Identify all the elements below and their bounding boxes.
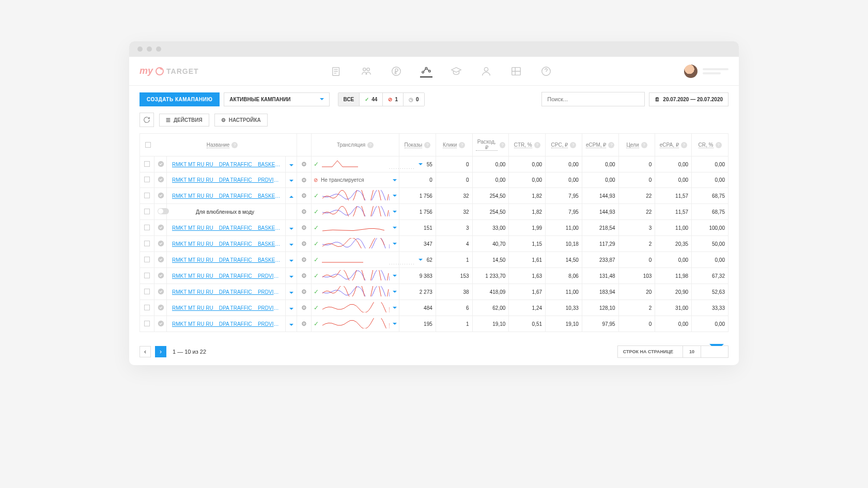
row-settings-button[interactable]: ⚙ bbox=[297, 300, 312, 316]
status-all-button[interactable]: ВСЕ bbox=[338, 93, 360, 106]
col-name[interactable]: Название ? bbox=[140, 134, 297, 156]
campaign-name[interactable]: Для влюбленных в моду bbox=[167, 204, 286, 220]
campaign-name-link[interactable]: RMKT MT RU RU _ DPA TRAFFIC _ PRDVIEW 1D… bbox=[167, 316, 286, 332]
row-toggle[interactable] bbox=[154, 204, 167, 220]
expand-toggle[interactable] bbox=[286, 156, 297, 172]
refresh-button[interactable] bbox=[140, 113, 154, 127]
col-stream[interactable]: Трансляция ? bbox=[312, 134, 399, 156]
row-checkbox[interactable] bbox=[140, 284, 154, 300]
stream-cell[interactable]: ✓............ bbox=[312, 252, 399, 268]
row-checkbox[interactable] bbox=[140, 316, 154, 332]
col-cr[interactable]: CR, % ? bbox=[692, 134, 729, 156]
stream-cell[interactable]: ⊘Не транслируется bbox=[312, 172, 399, 188]
expand-toggle[interactable] bbox=[286, 172, 297, 188]
row-checkbox[interactable] bbox=[140, 268, 154, 284]
col-ecpm[interactable]: eCPM, ₽ ? bbox=[582, 134, 618, 156]
row-settings-button[interactable]: ⚙ bbox=[297, 284, 312, 300]
row-checkbox[interactable] bbox=[140, 236, 154, 252]
user-avatar[interactable] bbox=[684, 65, 698, 78]
campaign-name-link[interactable]: RMKT MT RU RU _ DPA TRAFFIC _ PRDVIEW 2-… bbox=[167, 268, 286, 284]
create-campaign-button[interactable]: СОЗДАТЬ КАМАПАНИЮ bbox=[140, 92, 220, 106]
nav-stats-icon[interactable] bbox=[420, 65, 432, 77]
expand-toggle[interactable] bbox=[286, 316, 297, 332]
help-icon[interactable]: ? bbox=[681, 142, 687, 148]
expand-toggle[interactable] bbox=[286, 188, 297, 204]
date-range-picker[interactable]: 🗓 20.07.2020 — 20.07.2020 bbox=[649, 92, 729, 106]
settings-button[interactable]: ⚙НАСТРОЙКА bbox=[214, 114, 268, 127]
expand-toggle[interactable] bbox=[286, 300, 297, 316]
stream-cell[interactable]: ✓ bbox=[312, 220, 399, 236]
row-checkbox[interactable] bbox=[140, 220, 154, 236]
help-icon[interactable]: ? bbox=[424, 142, 430, 148]
row-settings-button[interactable]: ⚙ bbox=[297, 236, 312, 252]
help-icon[interactable]: ? bbox=[231, 142, 238, 148]
row-settings-button[interactable]: ⚙ bbox=[297, 316, 312, 332]
campaign-name-link[interactable]: RMKT MT RU RU _ DPA TRAFFIC _ BASKET 1D … bbox=[167, 156, 286, 172]
nav-balance-icon[interactable] bbox=[390, 65, 402, 77]
col-goals[interactable]: Цели ? bbox=[618, 134, 655, 156]
prev-page-button[interactable]: ‹ bbox=[140, 346, 151, 357]
select-all-checkbox[interactable] bbox=[145, 142, 151, 148]
campaign-name-link[interactable]: RMKT MT RU RU _ DPA TRAFFIC _ BASKET 2-3… bbox=[167, 220, 286, 236]
help-icon[interactable]: ? bbox=[367, 142, 374, 148]
search-input[interactable] bbox=[541, 92, 645, 106]
expand-toggle[interactable] bbox=[286, 252, 297, 268]
campaign-name-link[interactable]: RMKT MT RU RU _ DPA TRAFFIC _ BASKET 1D … bbox=[167, 252, 286, 268]
status-pending-button[interactable]: ◷0 bbox=[404, 93, 424, 106]
campaign-name-link[interactable]: RMKT MT RU RU _ DPA TRAFFIC _ PRDVIEW 1D… bbox=[167, 172, 286, 188]
col-clicks[interactable]: Клики ? bbox=[436, 134, 472, 156]
campaign-filter-select[interactable]: АКТИВНЫЕ КАМПАНИИ bbox=[224, 92, 329, 106]
row-checkbox[interactable] bbox=[140, 252, 154, 268]
campaign-name-link[interactable]: RMKT MT RU RU _ DPA TRAFFIC _ PRDVIEW 2-… bbox=[167, 300, 286, 316]
nav-learn-icon[interactable] bbox=[450, 65, 462, 77]
help-icon[interactable]: ? bbox=[500, 142, 505, 148]
col-ecpa[interactable]: eCPA, ₽ ? bbox=[655, 134, 692, 156]
window-control-max[interactable] bbox=[156, 46, 161, 52]
stream-cell[interactable]: ✓ bbox=[312, 236, 399, 252]
stream-cell[interactable]: ✓ bbox=[312, 204, 399, 220]
col-impressions[interactable]: Показы ? bbox=[399, 134, 436, 156]
row-checkbox[interactable] bbox=[140, 300, 154, 316]
row-settings-button[interactable]: ⚙ bbox=[297, 188, 312, 204]
nav-audiences-icon[interactable] bbox=[360, 65, 373, 77]
nav-profile-icon[interactable] bbox=[480, 65, 492, 77]
row-checkbox[interactable] bbox=[140, 172, 154, 188]
col-cpc[interactable]: CPC, ₽ ? bbox=[546, 134, 582, 156]
stream-cell[interactable]: ✓ bbox=[312, 300, 399, 316]
expand-toggle[interactable] bbox=[286, 268, 297, 284]
help-icon[interactable]: ? bbox=[641, 142, 647, 148]
user-area[interactable] bbox=[684, 65, 729, 78]
expand-toggle[interactable] bbox=[286, 220, 297, 236]
row-settings-button[interactable]: ⚙ bbox=[297, 252, 312, 268]
help-icon[interactable]: ? bbox=[716, 142, 722, 148]
status-blocked-button[interactable]: ⊘1 bbox=[383, 93, 404, 106]
window-control-min[interactable] bbox=[147, 46, 152, 52]
help-icon[interactable]: ? bbox=[570, 142, 576, 148]
campaign-name-link[interactable]: RMKT MT RU RU _ DPA TRAFFIC _ BASKET 2-3… bbox=[167, 188, 286, 204]
help-icon[interactable]: ? bbox=[534, 142, 540, 148]
nav-campaigns-icon[interactable] bbox=[330, 65, 343, 77]
col-spend[interactable]: Расход, ₽ ? bbox=[472, 134, 509, 156]
row-settings-button[interactable]: ⚙ bbox=[297, 172, 312, 188]
stream-cell[interactable]: ✓ bbox=[312, 284, 399, 300]
row-checkbox[interactable] bbox=[140, 204, 154, 220]
row-settings-button[interactable]: ⚙ bbox=[297, 156, 312, 172]
expand-toggle[interactable] bbox=[286, 236, 297, 252]
expand-toggle[interactable] bbox=[286, 284, 297, 300]
stream-cell[interactable]: ✓............ bbox=[312, 156, 399, 172]
nav-help-icon[interactable] bbox=[540, 65, 552, 77]
next-page-button[interactable]: › bbox=[155, 346, 166, 357]
stream-cell[interactable]: ✓ bbox=[312, 316, 399, 332]
status-active-button[interactable]: ✓44 bbox=[360, 93, 383, 106]
row-settings-button[interactable]: ⚙ bbox=[297, 268, 312, 284]
stream-cell[interactable]: ✓ bbox=[312, 188, 399, 204]
nav-tools-icon[interactable] bbox=[510, 65, 522, 77]
row-settings-button[interactable]: ⚙ bbox=[297, 220, 312, 236]
row-settings-button[interactable]: ⚙ bbox=[297, 204, 312, 220]
actions-button[interactable]: ☰ДЕЙСТВИЯ bbox=[159, 114, 209, 127]
window-control-close[interactable] bbox=[137, 46, 143, 52]
help-icon[interactable]: ? bbox=[608, 142, 614, 148]
campaign-name-link[interactable]: RMKT MT RU RU _ DPA TRAFFIC _ PRDVIEW 1D… bbox=[167, 284, 286, 300]
rows-per-page-select[interactable]: СТРОК НА СТРАНИЦЕ 10 bbox=[617, 345, 729, 358]
stream-cell[interactable]: ✓ bbox=[312, 268, 399, 284]
